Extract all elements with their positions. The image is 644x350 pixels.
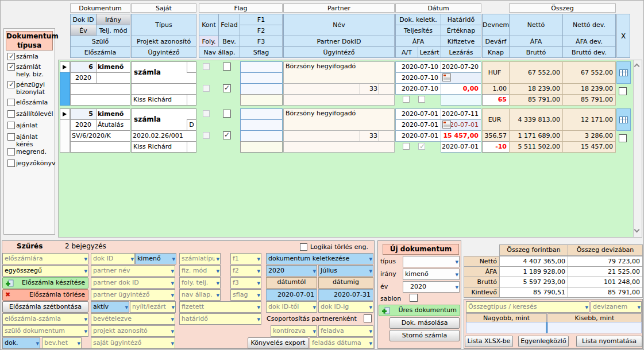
doctype-penzugyi-checkbox[interactable] <box>7 81 15 88</box>
filter-datumig-value[interactable]: 2020-07-31 <box>318 289 373 301</box>
filter-folyteij-select[interactable]: foly. telj. <box>179 277 221 289</box>
record1-knap[interactable]: 65 <box>482 94 510 106</box>
record1-irany[interactable]: kimenő <box>96 61 130 73</box>
record2-afadev[interactable]: 3 286,00 <box>562 130 616 142</box>
col-brutto[interactable]: Bruttó <box>509 46 563 58</box>
filter-eloszamlara-select[interactable]: előszámlára <box>2 253 88 265</box>
record1-f2-field[interactable] <box>240 72 283 84</box>
ures-dokumentum-button[interactable]: Üres dokumentum <box>379 305 460 316</box>
filter-projektazon-select[interactable]: projekt azonosító <box>91 325 175 337</box>
record2-ugyintezo-flag[interactable] <box>187 141 196 153</box>
filter-partnerdokid-select[interactable]: partner dok ID <box>91 277 175 289</box>
col-devnem[interactable]: Devnem <box>482 14 510 36</box>
record2-netto[interactable]: 4 339 813,00 <box>509 108 563 131</box>
record1-calendar-icon[interactable] <box>442 73 451 81</box>
col-navallap[interactable]: Nav állap. <box>199 46 240 58</box>
record1-partner-ugyintezo[interactable] <box>283 94 395 106</box>
col-nev[interactable]: Név <box>283 14 395 36</box>
filter-honap-select[interactable]: Július <box>318 265 373 277</box>
record2-lezaras[interactable]: 2020-07-01 <box>441 141 481 153</box>
konyveles-export-button[interactable]: Könyvelés export <box>248 337 308 349</box>
record2-devnem[interactable]: EUR <box>482 108 510 131</box>
col-dokkeletk[interactable]: Dok. keletk. <box>395 14 441 25</box>
filter-eloszamlaszamla-select[interactable]: előszámla-számla <box>2 313 88 325</box>
col-sflag[interactable]: Sflag <box>240 46 283 58</box>
search-currency-select[interactable]: devizanem <box>591 301 642 313</box>
filter-sajatugyintezo-select[interactable]: saját ügyintéző <box>91 337 175 349</box>
filter-fizmod-select[interactable]: fiz. mód <box>179 265 221 277</box>
col-netto[interactable]: Nettó <box>509 14 563 36</box>
doctype-megrend-checkbox[interactable] <box>7 148 15 155</box>
record1-dokid[interactable]: 6 <box>70 61 97 73</box>
col-erteknap[interactable]: Értéknap <box>441 25 481 36</box>
new-doc-ev-select[interactable]: 2020 <box>403 281 460 293</box>
col-f3[interactable]: F3 <box>240 36 283 47</box>
record2-felad-checkbox[interactable] <box>223 110 231 118</box>
group-by-partner-checkbox[interactable] <box>364 314 372 322</box>
record1-bruttodev[interactable]: 85 791,00 <box>562 94 616 106</box>
record2-nettodev[interactable]: 12 171,00 <box>562 108 616 131</box>
col-f2[interactable]: F2 <box>240 25 283 36</box>
record2-bruttodev[interactable]: 15 457,00 <box>562 141 616 153</box>
record1-ugyintezo[interactable]: Kiss Richárd <box>131 94 188 106</box>
record1-afadatum[interactable]: 2020-07-10 <box>395 83 441 95</box>
record2-projekt[interactable]: 2020.02.26/001 <box>131 130 196 142</box>
doctype-jegyzokonyv-checkbox[interactable] <box>7 160 15 167</box>
col-f1[interactable]: F1 <box>240 14 283 25</box>
filter-ev-select[interactable]: 2020 <box>266 265 317 277</box>
record1-szulo[interactable] <box>70 83 130 95</box>
egyenlegkozlo-button[interactable]: Egyenlegközlő <box>518 336 569 347</box>
doctype-ajanlat-checkbox[interactable] <box>7 122 15 129</box>
record1-selection-bar[interactable] <box>60 72 70 106</box>
record1-partnerdokid[interactable] <box>283 83 360 95</box>
record1-lezaras[interactable] <box>441 94 481 106</box>
col-teljmod[interactable]: Telj. mód <box>96 25 130 36</box>
filter-dokidig-select[interactable]: dok ID-ig <box>318 301 373 313</box>
record2-brutto[interactable]: 5 511 502,00 <box>509 141 563 153</box>
record2-selection-bar[interactable] <box>60 119 70 153</box>
record2-partnerdokid-num[interactable]: 33 <box>360 130 379 142</box>
new-doc-sablon-checkbox[interactable] <box>410 294 418 302</box>
record2-partner-ugyintezo[interactable] <box>283 141 395 153</box>
filter-hatarido-select[interactable]: határidő <box>179 313 261 325</box>
col-x[interactable]: X <box>616 14 630 58</box>
record1-f3-field[interactable] <box>240 83 283 95</box>
filter-bevetelezve-select[interactable]: bevételezve <box>91 313 175 325</box>
col-nettodev[interactable]: Nettó dev. <box>562 14 616 36</box>
record2-knap[interactable]: -10 <box>482 141 510 153</box>
record1-afadev[interactable]: 18 239,00 <box>562 83 616 95</box>
record2-partnerdokid2[interactable] <box>379 130 395 142</box>
vertical-scrollbar[interactable] <box>633 60 642 237</box>
filter-datumtol-value[interactable]: 2020-07-01 <box>266 289 317 301</box>
col-kont[interactable]: Kont <box>199 14 219 36</box>
new-doc-tipus-select[interactable] <box>403 256 460 267</box>
col-knap[interactable]: Knap <box>482 46 510 58</box>
search-lt-input[interactable] <box>547 322 642 333</box>
record2-tipus-flag[interactable]: D <box>187 119 196 131</box>
record1-tipus-flag[interactable] <box>187 61 196 73</box>
record1-devnem[interactable]: HUF <box>482 61 510 84</box>
col-bev[interactable]: Bev. <box>218 36 240 47</box>
record2-teljesites[interactable]: 2020-07-01 <box>395 119 441 131</box>
record2-select-checkbox[interactable] <box>619 134 627 142</box>
doctype-eloszamla-checkbox[interactable] <box>7 99 15 106</box>
record1-partnerdokid-num[interactable]: 33 <box>360 83 379 95</box>
storno-szamla-button[interactable]: Stornó számla <box>390 330 460 341</box>
record2-eloszamla[interactable] <box>70 141 130 153</box>
record2-ugyintezo[interactable]: Kiss Richárd <box>131 141 188 153</box>
filter-feladasdatum-select[interactable]: feladás dátuma <box>310 337 373 349</box>
col-foly[interactable]: Foly. <box>199 36 219 47</box>
record1-partnerdokid2[interactable] <box>379 83 395 95</box>
filter-fizetett-select[interactable]: fizetett <box>179 301 261 313</box>
record1-select-checkbox[interactable] <box>619 87 627 95</box>
col-lezart[interactable]: Lezárt <box>418 46 441 58</box>
record2-detail-button[interactable] <box>616 108 631 131</box>
record2-partner[interactable]: Börzsöny hegyifogadó <box>283 108 395 131</box>
filter-dokidtol-select[interactable]: dok ID-től <box>266 301 317 313</box>
record2-sflag-field[interactable] <box>240 141 283 153</box>
record2-hatarido[interactable]: 2020-07-11 <box>441 108 481 120</box>
filter-keletkezes-select[interactable]: dokumentum keletkezése <box>266 253 373 265</box>
record2-calendar-icon[interactable] <box>442 120 451 129</box>
doctype-szallitolevel-checkbox[interactable] <box>7 110 15 118</box>
eloszamla-szetbontasa-button[interactable]: Előszámla szétbontása <box>2 301 88 313</box>
